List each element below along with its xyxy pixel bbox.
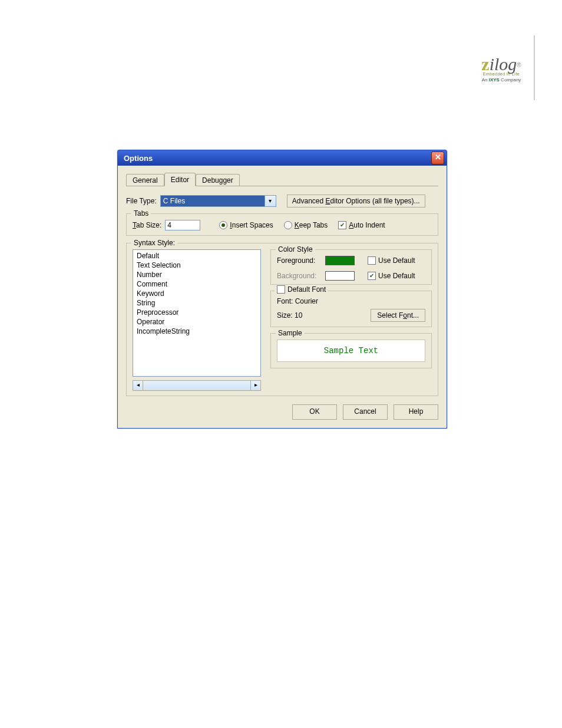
- tab-size-label: Tab Size:: [133, 221, 161, 229]
- ok-button[interactable]: OK: [292, 404, 337, 420]
- background-label: Background:: [277, 272, 322, 280]
- logo-subline: An IXYS Company: [469, 77, 534, 83]
- checkbox-icon: [277, 285, 285, 294]
- options-dialog: Options ✕ General Editor Debugger File T…: [117, 150, 447, 429]
- logo-ixys: IXYS: [489, 77, 500, 83]
- syntax-style-groupbox: Syntax Style: Default Text Selection Num…: [126, 243, 438, 396]
- logo-registered: ®: [517, 62, 521, 68]
- scroll-track[interactable]: [143, 380, 250, 391]
- foreground-swatch[interactable]: [325, 256, 355, 265]
- bg-use-default-checkbox[interactable]: ✔ Use Default: [368, 272, 415, 280]
- tab-row: General Editor Debugger: [126, 173, 438, 186]
- checkbox-icon: [368, 256, 376, 265]
- font-size-label: Size: 10: [277, 311, 302, 319]
- keep-tabs-label: Keep Tabs: [295, 221, 328, 229]
- syntax-listbox[interactable]: Default Text Selection Number Comment Ke…: [133, 249, 261, 377]
- sample-text: Sample Text: [324, 346, 378, 355]
- checkbox-icon: ✔: [368, 272, 376, 280]
- zilog-logo: zilog® Embedded in Life An IXYS Company: [469, 54, 534, 83]
- logo-sub-prefix: An: [482, 77, 489, 83]
- logo-ilog: ilog: [490, 54, 517, 74]
- list-item[interactable]: Preprocessor: [133, 308, 260, 317]
- horizontal-scrollbar[interactable]: ◂ ▸: [133, 380, 261, 391]
- background-swatch: [325, 271, 355, 281]
- list-item[interactable]: Operator: [133, 317, 260, 327]
- fg-use-default-checkbox[interactable]: Use Default: [368, 256, 415, 265]
- default-font-groupbox: Default Font Font: Courier Size: 10 Sele…: [270, 291, 432, 327]
- dialog-button-row: OK Cancel Help: [126, 404, 438, 420]
- insert-spaces-label: Insert Spaces: [230, 221, 273, 229]
- dialog-title: Options: [124, 154, 153, 163]
- checkbox-icon: ✔: [338, 221, 346, 229]
- tab-editor[interactable]: Editor: [164, 173, 196, 186]
- insert-spaces-radio[interactable]: Insert Spaces: [219, 221, 273, 229]
- sample-groupbox: Sample Sample Text: [270, 333, 432, 368]
- auto-indent-checkbox[interactable]: ✔ Auto Indent: [338, 221, 385, 229]
- file-type-label: File Type:: [126, 197, 157, 205]
- auto-indent-label: Auto Indent: [349, 221, 385, 229]
- default-font-label: Default Font: [287, 285, 326, 294]
- help-button[interactable]: Help: [394, 404, 438, 420]
- list-item[interactable]: Number: [133, 270, 260, 279]
- titlebar[interactable]: Options ✕: [118, 150, 447, 166]
- keep-tabs-radio[interactable]: Keep Tabs: [284, 221, 328, 229]
- radio-icon: [219, 221, 227, 229]
- list-item[interactable]: Text Selection: [133, 261, 260, 270]
- dialog-body: General Editor Debugger File Type: C Fil…: [118, 166, 447, 428]
- syntax-left: Default Text Selection Number Comment Ke…: [133, 249, 261, 391]
- tab-size-input[interactable]: [165, 220, 200, 230]
- cancel-button[interactable]: Cancel: [343, 404, 388, 420]
- sample-inner: Sample Text: [277, 340, 425, 362]
- list-item[interactable]: String: [133, 298, 260, 308]
- file-type-selected: C Files: [161, 196, 265, 206]
- tab-general[interactable]: General: [126, 174, 164, 186]
- syntax-right: Color Style Foreground: Use Default: [270, 249, 432, 391]
- font-name-label: Font: Courier: [277, 297, 318, 305]
- advanced-editor-options-button[interactable]: Advanced Editor Options (all file types)…: [287, 195, 425, 207]
- select-font-button[interactable]: Select Font...: [371, 309, 425, 322]
- color-style-title: Color Style: [276, 245, 315, 253]
- tab-debugger[interactable]: Debugger: [196, 174, 240, 186]
- logo-tagline: Embedded in Life: [469, 72, 534, 76]
- tabs-group-title: Tabs: [131, 209, 151, 218]
- bg-use-default-label: Use Default: [378, 272, 415, 280]
- color-style-groupbox: Color Style Foreground: Use Default: [270, 249, 432, 285]
- sample-title: Sample: [276, 329, 305, 337]
- logo-z: z: [481, 54, 489, 74]
- scroll-left-icon[interactable]: ◂: [133, 380, 143, 391]
- file-type-row: File Type: C Files ▾ Advanced Editor Opt…: [126, 195, 438, 207]
- file-type-dropdown[interactable]: C Files ▾: [160, 195, 276, 207]
- radio-icon: [284, 221, 292, 229]
- scroll-right-icon[interactable]: ▸: [250, 380, 261, 391]
- list-item[interactable]: Keyword: [133, 289, 260, 298]
- chevron-down-icon[interactable]: ▾: [265, 196, 276, 206]
- list-item[interactable]: Default: [133, 251, 260, 261]
- close-button[interactable]: ✕: [431, 151, 444, 164]
- fg-use-default-label: Use Default: [378, 256, 415, 265]
- list-item[interactable]: IncompleteString: [133, 327, 260, 336]
- logo-sub-suffix: Company: [500, 77, 521, 83]
- tabs-groupbox: Tabs Tab Size: Insert Spaces Keep Tabs: [126, 213, 438, 236]
- default-font-title-checkbox[interactable]: Default Font: [275, 285, 328, 294]
- foreground-label: Foreground:: [277, 256, 322, 265]
- syntax-style-title: Syntax Style:: [131, 239, 177, 247]
- list-item[interactable]: Comment: [133, 279, 260, 289]
- vertical-rule: [534, 35, 535, 100]
